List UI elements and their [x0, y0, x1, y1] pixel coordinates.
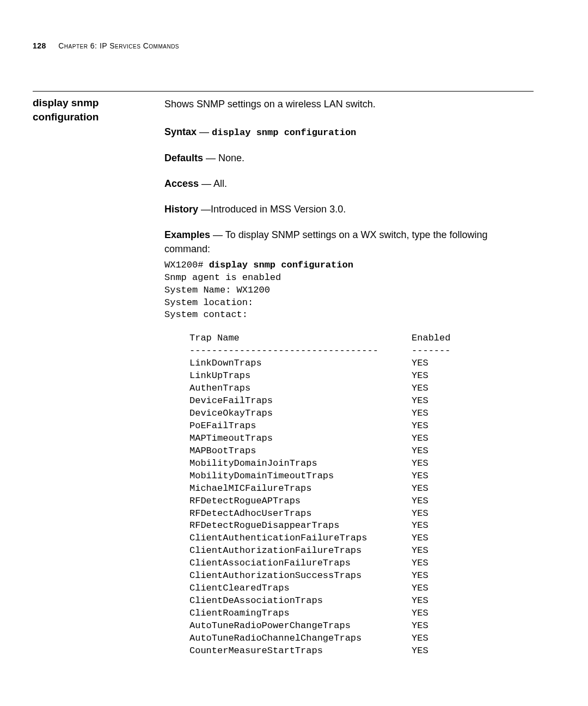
access-line: Access — All.: [164, 176, 534, 191]
examples-label: Examples: [164, 229, 210, 240]
defaults-label: Defaults: [164, 153, 203, 163]
page-header: 128 Chapter 6: IP Services Commands: [33, 40, 534, 52]
defaults-value: — None.: [203, 153, 244, 163]
syntax-label: Syntax: [164, 126, 197, 137]
page-number: 128: [33, 41, 46, 50]
syntax-line: Syntax — display snmp configuration: [164, 125, 534, 140]
intro-text: Shows SNMP settings on a wireless LAN sw…: [164, 97, 534, 112]
access-value: — All.: [199, 178, 227, 189]
syntax-dash: —: [197, 126, 212, 137]
section-rule: [33, 91, 534, 92]
side-heading-line2: configuration: [33, 111, 99, 123]
syntax-command: display snmp configuration: [212, 127, 356, 138]
main-column: Shows SNMP settings on a wireless LAN sw…: [164, 96, 534, 658]
content-row: display snmp configuration Shows SNMP se…: [33, 96, 534, 658]
document-page: 128 Chapter 6: IP Services Commands disp…: [0, 0, 588, 679]
history-label: History: [164, 204, 198, 215]
terminal-output: Snmp agent is enabled System Name: WX120…: [164, 272, 281, 320]
history-value: —Introduced in MSS Version 3.0.: [198, 204, 346, 215]
side-heading: display snmp configuration: [33, 96, 164, 124]
trap-table: Trap Name Enabled ----------------------…: [189, 332, 534, 657]
history-line: History —Introduced in MSS Version 3.0.: [164, 202, 534, 217]
terminal-block: WX1200# display snmp configuration Snmp …: [164, 259, 534, 322]
access-label: Access: [164, 178, 199, 189]
terminal-command: display snmp configuration: [209, 260, 353, 270]
chapter-label: Chapter 6: IP Services Commands: [58, 41, 179, 50]
examples-value: — To display SNMP settings on a WX switc…: [164, 229, 488, 254]
defaults-line: Defaults — None.: [164, 151, 534, 166]
terminal-prompt: WX1200#: [164, 260, 209, 270]
side-heading-line1: display snmp: [33, 97, 99, 108]
examples-line: Examples — To display SNMP settings on a…: [164, 228, 534, 256]
